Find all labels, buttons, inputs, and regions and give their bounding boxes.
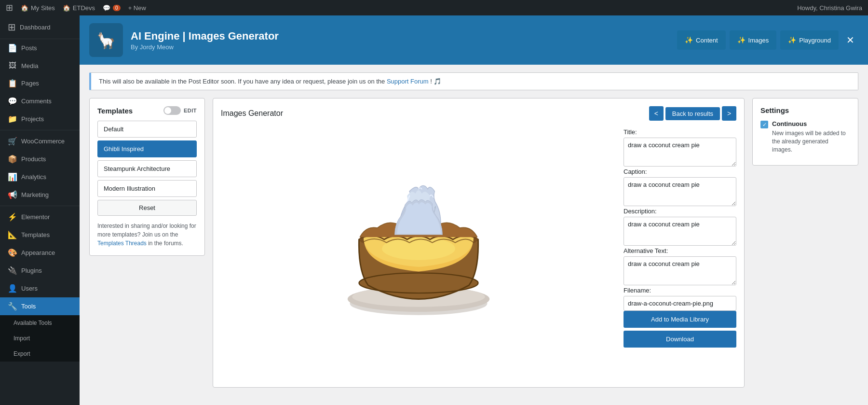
form-field-alt: Alternative Text: [624, 247, 736, 287]
settings-continuous-text: Continuous New images will be added to t… [772, 120, 850, 154]
sidebar-item-woocommerce[interactable]: 🛒 WooCommerce [0, 132, 80, 150]
plugin-title-area: AI Engine | Images Generator By Jordy Me… [131, 30, 669, 51]
template-item-default[interactable]: Default [97, 121, 197, 138]
users-icon: 👤 [8, 284, 17, 293]
alt-input[interactable] [624, 256, 736, 285]
settings-panel: Settings Continuous New images will be a… [752, 98, 858, 166]
form-field-filename: Filename: [624, 287, 736, 311]
image-display [221, 128, 616, 350]
svg-text:🦙: 🦙 [96, 31, 116, 50]
sidebar-item-tools[interactable]: 🔧 Tools [0, 297, 80, 315]
templates-header: Templates EDIT [97, 106, 197, 115]
sidebar-item-pages[interactable]: 📋 Pages [0, 74, 80, 92]
admin-bar: ⊞ 🏠 My Sites 🏠 ETDevs 💬 0 + New Howdy, C… [0, 0, 868, 15]
sidebar-item-media[interactable]: 🖼 Media [0, 57, 80, 74]
sidebar: ⊞ Dashboard 📄 Posts 🖼 Media 📋 Pages 💬 Co… [0, 15, 80, 405]
continuous-label: Continuous [772, 120, 850, 127]
add-to-media-library-button[interactable]: Add to Media Library [624, 311, 736, 328]
generator-image-col [221, 128, 616, 350]
reset-button[interactable]: Reset [97, 200, 197, 216]
plugin-logo: 🦙 [89, 23, 123, 57]
plugin-header: 🦙 AI Engine | Images Generator By Jordy … [80, 15, 868, 65]
template-item-modern[interactable]: Modern Illustration [97, 180, 197, 197]
settings-title: Settings [760, 106, 850, 114]
projects-icon: 📁 [8, 114, 17, 124]
content-area: This will also be available in the Post … [80, 65, 868, 405]
support-forum-link[interactable]: Support Forum [387, 78, 429, 85]
template-item-steampunk[interactable]: Steampunk Architecture [97, 160, 197, 177]
caption-label: Caption: [624, 168, 736, 175]
sidebar-item-users[interactable]: 👤 Users [0, 279, 80, 297]
posts-icon: 📄 [8, 43, 17, 53]
sidebar-item-posts[interactable]: 📄 Posts [0, 39, 80, 57]
templates-threads-link[interactable]: Templates Threads [97, 240, 147, 247]
three-column-layout: Templates EDIT Default Ghibli Inspired S… [89, 98, 858, 388]
sidebar-item-elementor[interactable]: ⚡ Elementor [0, 208, 80, 226]
adminbar-site[interactable]: 🏠 ETDevs [63, 4, 95, 12]
adminbar-wp-logo[interactable]: ⊞ [6, 2, 13, 13]
description-label: Description: [624, 208, 736, 215]
sidebar-item-export[interactable]: Export [0, 346, 80, 362]
nav-prev-button[interactable]: < [649, 106, 664, 121]
sidebar-item-marketing[interactable]: 📢 Marketing [0, 186, 80, 204]
title-input[interactable] [624, 138, 736, 167]
images-icon: ✨ [737, 36, 746, 44]
sidebar-item-projects[interactable]: 📁 Projects [0, 110, 80, 128]
nav-images-button[interactable]: ✨ Images [730, 30, 777, 50]
elementor-icon: ⚡ [8, 212, 17, 222]
continuous-desc: New images will be added to the already … [772, 129, 850, 154]
sidebar-dashboard[interactable]: ⊞ Dashboard [0, 15, 80, 39]
back-to-results-button[interactable]: Back to results [665, 107, 720, 120]
download-button[interactable]: Download [624, 331, 736, 348]
generator-panel: Images Generator < Back to results > [213, 98, 745, 388]
filename-input[interactable] [624, 296, 736, 311]
comments-icon: 💬 [8, 97, 17, 106]
sidebar-item-templates[interactable]: 📐 Templates [0, 226, 80, 244]
plugin-title: AI Engine | Images Generator [131, 30, 669, 42]
generator-title: Images Generator [221, 109, 283, 118]
tools-icon: 🔧 [8, 302, 17, 311]
sidebar-item-analytics[interactable]: 📊 Analytics [0, 168, 80, 186]
info-bar: This will also be available in the Post … [89, 72, 858, 90]
alt-label: Alternative Text: [624, 247, 736, 254]
sidebar-item-appearance[interactable]: 🎨 Appearance [0, 244, 80, 262]
sidebar-item-comments[interactable]: 💬 Comments [0, 92, 80, 110]
sidebar-item-import[interactable]: Import [0, 331, 80, 346]
title-label: Title: [624, 128, 736, 136]
nav-next-button[interactable]: > [722, 106, 736, 121]
nav-playground-button[interactable]: ✨ Playground [780, 30, 839, 50]
templates-edit-toggle[interactable]: EDIT [163, 106, 197, 115]
form-field-description: Description: [624, 208, 736, 247]
sidebar-submenu-tools: Available Tools Import Export [0, 315, 80, 362]
layout: ⊞ Dashboard 📄 Posts 🖼 Media 📋 Pages 💬 Co… [0, 15, 868, 405]
template-item-ghibli[interactable]: Ghibli Inspired [97, 140, 197, 157]
plugin-logo-svg: 🦙 [92, 26, 121, 55]
sidebar-item-available-tools[interactable]: Available Tools [0, 315, 80, 331]
nav-content-button[interactable]: ✨ Content [677, 30, 726, 50]
products-icon: 📦 [8, 154, 17, 164]
woocommerce-icon: 🛒 [8, 137, 17, 146]
analytics-icon: 📊 [8, 172, 17, 182]
description-input[interactable] [624, 217, 736, 246]
adminbar-my-sites[interactable]: 🏠 My Sites [21, 4, 55, 12]
edit-toggle-switch[interactable] [163, 106, 181, 115]
generator-nav-buttons: < Back to results > [649, 106, 736, 121]
appearance-icon: 🎨 [8, 248, 17, 257]
adminbar-new[interactable]: + New [128, 4, 146, 12]
pages-icon: 📋 [8, 79, 17, 88]
sidebar-item-products[interactable]: 📦 Products [0, 150, 80, 168]
caption-input[interactable] [624, 177, 736, 206]
continuous-checkbox[interactable] [760, 121, 768, 128]
content-icon: ✨ [685, 36, 693, 44]
adminbar-comments[interactable]: 💬 0 [103, 4, 121, 12]
adminbar-user: Howdy, Christina Gwira [797, 4, 862, 12]
generator-header: Images Generator < Back to results > [221, 106, 736, 121]
plugin-subtitle: By Jordy Meow [131, 43, 669, 51]
playground-icon: ✨ [788, 36, 796, 44]
sidebar-item-plugins[interactable]: 🔌 Plugins [0, 262, 80, 279]
templates-icon: 📐 [8, 230, 17, 239]
templates-panel: Templates EDIT Default Ghibli Inspired S… [89, 98, 205, 256]
nav-close-button[interactable]: ✕ [842, 30, 858, 50]
sidebar-sep-1 [0, 130, 80, 130]
templates-title: Templates [97, 107, 133, 115]
